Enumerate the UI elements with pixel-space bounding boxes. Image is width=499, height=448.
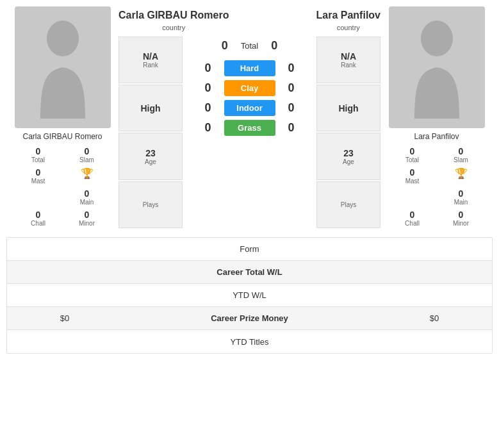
- clay-row: 0 Clay 0: [185, 80, 314, 96]
- hard-row: 0 Hard 0: [185, 60, 314, 76]
- right-info-panel: N/A Rank High 23 Age Plays: [316, 37, 380, 228]
- ytd-titles-row: YTD Titles: [7, 330, 492, 353]
- left-minor-stat: 0 Minor: [63, 208, 111, 228]
- right-main-stat: 0 Main: [438, 187, 485, 207]
- right-total-stat: 0 Total: [389, 145, 436, 165]
- right-chall-stat: 0 Chall: [389, 208, 436, 228]
- bottom-stats-section: Form Career Total W/L YTD W/L $0 Career …: [6, 237, 493, 354]
- left-mast-stat: 0 Mast: [15, 166, 62, 186]
- indoor-badge: Indoor: [224, 100, 275, 116]
- svg-point-0: [47, 21, 79, 56]
- right-player-name: Lara Panfilov: [414, 132, 459, 141]
- ytd-wl-row: YTD W/L: [7, 284, 492, 307]
- scores-panel: 0 Total 0 0 Hard 0 0 Clay: [185, 37, 314, 228]
- right-level-box: High: [316, 85, 380, 131]
- right-trophy-icon-cell: 🏆: [438, 166, 485, 186]
- grass-badge: Grass: [224, 120, 275, 136]
- left-total-stat: 0 Total: [15, 145, 62, 165]
- right-player-photo: [389, 6, 485, 128]
- grass-row: 0 Grass 0: [185, 120, 314, 136]
- right-player-stats: 0 Total 0 Slam 0 Mast 🏆 0 Main: [389, 145, 485, 228]
- right-player-column: Lara Panfilov 0 Total 0 Slam 0 Mast 🏆: [380, 6, 493, 228]
- hard-badge: Hard: [224, 60, 275, 76]
- right-slam-stat: 0 Slam: [438, 145, 485, 165]
- left-chall-stat: 0 Chall: [15, 208, 62, 228]
- career-prize-row: $0 Career Prize Money $0: [7, 307, 492, 330]
- middle-column: Carla GIRBAU Romero country Lara Panfilo…: [119, 6, 380, 228]
- surface-rows: 0 Hard 0 0 Clay 0 0 Indoor 0: [185, 60, 314, 136]
- clay-badge: Clay: [224, 80, 275, 96]
- right-minor-stat: 0 Minor: [438, 208, 485, 228]
- left-rank-box: N/A Rank: [119, 37, 183, 83]
- right-player-title: Lara Panfilov country: [316, 9, 380, 31]
- total-row: 0 Total 0: [185, 37, 314, 55]
- right-trophy-icon: 🏆: [455, 167, 468, 179]
- left-info-panel: N/A Rank High 23 Age Plays: [119, 37, 183, 228]
- left-player-photo: [15, 6, 111, 128]
- right-mast-stat: 0 Mast: [389, 166, 436, 186]
- left-player-name: Carla GIRBAU Romero: [22, 132, 102, 141]
- right-rank-box: N/A Rank: [316, 37, 380, 83]
- left-player-stats: 0 Total 0 Slam 0 Mast 🏆 0 Main: [15, 145, 111, 228]
- svg-point-1: [421, 21, 453, 56]
- left-level-box: High: [119, 85, 183, 131]
- form-row: Form: [7, 238, 492, 261]
- left-trophy-icon-cell: 🏆: [63, 166, 111, 186]
- left-trophy-icon: 🏆: [81, 167, 94, 179]
- right-age-box: 23 Age: [316, 133, 380, 179]
- left-age-box: 23 Age: [119, 133, 183, 179]
- indoor-row: 0 Indoor 0: [185, 100, 314, 116]
- left-plays-box: Plays: [119, 181, 183, 228]
- left-slam-stat: 0 Slam: [63, 145, 111, 165]
- left-main-stat: 0 Main: [63, 187, 111, 207]
- right-plays-box: Plays: [316, 181, 380, 228]
- career-wl-row: Career Total W/L: [7, 261, 492, 284]
- left-player-column: Carla GIRBAU Romero 0 Total 0 Slam 0 Mas…: [6, 6, 119, 228]
- left-player-title: Carla GIRBAU Romero country: [119, 9, 229, 31]
